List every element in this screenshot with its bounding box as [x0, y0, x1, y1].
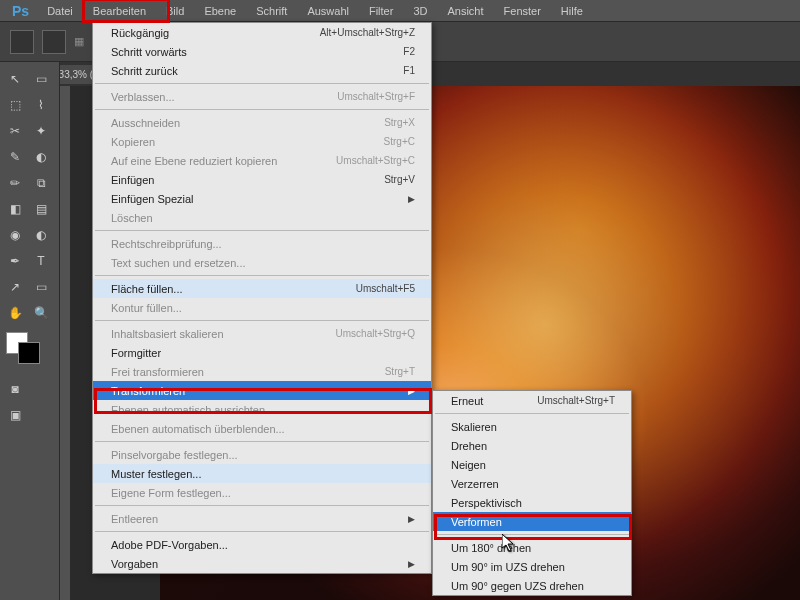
tool-heal[interactable]: ◐ [30, 146, 52, 168]
menu-bearbeiten[interactable]: Bearbeiten [83, 2, 156, 20]
menu-item-label: Pinselvorgabe festlegen... [111, 449, 238, 461]
transform-item-7[interactable]: Verformen [433, 512, 631, 531]
tool-gradient[interactable]: ▤ [30, 198, 52, 220]
menu-item-label: Schritt vorwärts [111, 46, 187, 58]
menu-shortcut: Strg+T [385, 366, 415, 377]
tool-blur[interactable]: ◉ [4, 224, 26, 246]
menu-item-label: Formgitter [111, 347, 161, 359]
tool-hand[interactable]: ✋ [4, 302, 26, 324]
transform-item-11[interactable]: Um 90° gegen UZS drehen [433, 576, 631, 595]
menu-item-label: Kontur füllen... [111, 302, 182, 314]
transform-item-6[interactable]: Perspektivisch [433, 493, 631, 512]
transform-item-0[interactable]: ErneutUmschalt+Strg+T [433, 391, 631, 410]
tool-artboard[interactable]: ▭ [30, 68, 52, 90]
menu-separator [95, 83, 429, 84]
tool-eyedropper[interactable]: ✎ [4, 146, 26, 168]
menu-item-label: Transformieren [111, 385, 185, 397]
menu-item-label: Kopieren [111, 136, 155, 148]
menu-hilfe[interactable]: Hilfe [551, 2, 593, 20]
edit-menu-dropdown: RückgängigAlt+Umschalt+Strg+ZSchritt vor… [92, 22, 432, 574]
menu-ansicht[interactable]: Ansicht [437, 2, 493, 20]
menu-item-label: Neigen [451, 459, 486, 471]
menu-schrift[interactable]: Schrift [246, 2, 297, 20]
edit-item-17: Kontur füllen... [93, 298, 431, 317]
background-swatch[interactable] [18, 342, 40, 364]
tool-pen[interactable]: ✒ [4, 250, 26, 272]
submenu-arrow-icon: ▶ [408, 386, 415, 396]
edit-item-14: Text suchen und ersetzen... [93, 253, 431, 272]
edit-item-20[interactable]: Formgitter [93, 343, 431, 362]
menu-shortcut: Alt+Umschalt+Strg+Z [320, 27, 415, 38]
tool-zoom[interactable]: 🔍 [30, 302, 52, 324]
menu-item-label: Rückgängig [111, 27, 169, 39]
menu-shortcut: Umschalt+F5 [356, 283, 415, 294]
grid-icon[interactable]: ▦ [74, 35, 84, 48]
tool-shape[interactable]: ▭ [30, 276, 52, 298]
edit-item-23: Ebenen automatisch ausrichten... [93, 400, 431, 419]
menubar: Ps Datei Bearbeiten Bild Ebene Schrift A… [0, 0, 800, 22]
tool-marquee[interactable]: ⬚ [4, 94, 26, 116]
menu-ebene[interactable]: Ebene [194, 2, 246, 20]
tool-dodge[interactable]: ◐ [30, 224, 52, 246]
transform-item-9[interactable]: Um 180° drehen [433, 538, 631, 557]
tool-preset-icon[interactable] [10, 30, 34, 54]
tool-wand[interactable]: ✦ [30, 120, 52, 142]
menu-filter[interactable]: Filter [359, 2, 403, 20]
transform-item-10[interactable]: Um 90° im UZS drehen [433, 557, 631, 576]
transform-item-3[interactable]: Drehen [433, 436, 631, 455]
color-swatches[interactable] [4, 332, 50, 368]
edit-item-32[interactable]: Adobe PDF-Vorgaben... [93, 535, 431, 554]
transform-item-4[interactable]: Neigen [433, 455, 631, 474]
menu-shortcut: Strg+V [384, 174, 415, 185]
tool-brush[interactable]: ✏ [4, 172, 26, 194]
edit-item-0[interactable]: RückgängigAlt+Umschalt+Strg+Z [93, 23, 431, 42]
tool-path[interactable]: ↗ [4, 276, 26, 298]
menu-item-label: Auf eine Ebene reduziert kopieren [111, 155, 277, 167]
edit-item-16[interactable]: Fläche füllen...Umschalt+F5 [93, 279, 431, 298]
menu-item-label: Frei transformieren [111, 366, 204, 378]
quickmask-icon[interactable]: ◙ [4, 378, 26, 400]
menu-item-label: Eigene Form festlegen... [111, 487, 231, 499]
menu-datei[interactable]: Datei [37, 2, 83, 20]
submenu-arrow-icon: ▶ [408, 514, 415, 524]
edit-item-9[interactable]: EinfügenStrg+V [93, 170, 431, 189]
tool-clone[interactable]: ⧉ [30, 172, 52, 194]
edit-item-6: AusschneidenStrg+X [93, 113, 431, 132]
edit-item-22[interactable]: Transformieren▶ [93, 381, 431, 400]
edit-item-30: Entleeren▶ [93, 509, 431, 528]
menu-item-label: Adobe PDF-Vorgaben... [111, 539, 228, 551]
opt-icon-2[interactable] [42, 30, 66, 54]
edit-item-28: Eigene Form festlegen... [93, 483, 431, 502]
menu-separator [95, 505, 429, 506]
menu-item-label: Perspektivisch [451, 497, 522, 509]
transform-submenu: ErneutUmschalt+Strg+TSkalierenDrehenNeig… [432, 390, 632, 596]
transform-item-2[interactable]: Skalieren [433, 417, 631, 436]
menu-item-label: Einfügen Spezial [111, 193, 194, 205]
submenu-arrow-icon: ▶ [408, 559, 415, 569]
menu-item-label: Drehen [451, 440, 487, 452]
tool-crop[interactable]: ✂ [4, 120, 26, 142]
menu-fenster[interactable]: Fenster [494, 2, 551, 20]
submenu-arrow-icon: ▶ [408, 194, 415, 204]
tool-lasso[interactable]: ⌇ [30, 94, 52, 116]
edit-item-27[interactable]: Muster festlegen... [93, 464, 431, 483]
tool-eraser[interactable]: ◧ [4, 198, 26, 220]
menu-bild[interactable]: Bild [156, 2, 194, 20]
menu-item-label: Um 90° gegen UZS drehen [451, 580, 584, 592]
edit-item-1[interactable]: Schritt vorwärtsF2 [93, 42, 431, 61]
menu-3d[interactable]: 3D [403, 2, 437, 20]
menu-separator [435, 413, 629, 414]
edit-item-2[interactable]: Schritt zurückF1 [93, 61, 431, 80]
menu-item-label: Ausschneiden [111, 117, 180, 129]
edit-item-13: Rechtschreibprüfung... [93, 234, 431, 253]
tool-type[interactable]: T [30, 250, 52, 272]
edit-item-4: Verblassen...Umschalt+Strg+F [93, 87, 431, 106]
menu-item-label: Um 180° drehen [451, 542, 531, 554]
edit-item-33[interactable]: Vorgaben▶ [93, 554, 431, 573]
edit-item-21: Frei transformierenStrg+T [93, 362, 431, 381]
edit-item-10[interactable]: Einfügen Spezial▶ [93, 189, 431, 208]
tool-move[interactable]: ↖ [4, 68, 26, 90]
menu-auswahl[interactable]: Auswahl [297, 2, 359, 20]
transform-item-5[interactable]: Verzerren [433, 474, 631, 493]
screenmode-icon[interactable]: ▣ [4, 404, 26, 426]
